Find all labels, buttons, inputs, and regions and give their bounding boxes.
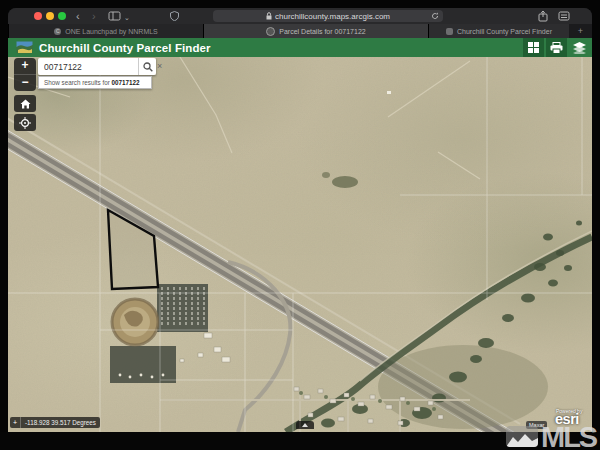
tab-parcel-details[interactable]: Parcel Details for 00717122 xyxy=(203,24,428,38)
share-icon[interactable] xyxy=(538,10,548,22)
churchill-county-logo xyxy=(16,41,33,54)
tab-bar: C ONE Launchpad by NNRMLS Parcel Details… xyxy=(8,24,592,38)
search-input[interactable] xyxy=(38,58,138,75)
new-tab-button[interactable]: + xyxy=(569,24,592,38)
basemap-gallery-button[interactable] xyxy=(523,38,544,57)
tab-parcel-finder[interactable]: Churchill County Parcel Finder xyxy=(428,24,569,38)
caret-up-icon xyxy=(302,423,308,427)
close-window-button[interactable] xyxy=(34,12,42,20)
gravel-pit xyxy=(112,299,158,345)
coordinates-widget: + -118.928 39.517 Degrees xyxy=(10,417,100,428)
tab-one-launchpad[interactable]: C ONE Launchpad by NNRMLS xyxy=(8,24,203,38)
zoom-in-button[interactable]: + xyxy=(14,58,36,75)
forward-button[interactable]: › xyxy=(92,9,96,23)
sidebar-icon[interactable] xyxy=(108,11,121,21)
basemap-grid-icon xyxy=(528,42,539,53)
sidebar-chevron-icon[interactable]: ⌄ xyxy=(124,11,130,25)
locate-button[interactable] xyxy=(14,114,36,131)
refresh-icon[interactable] xyxy=(431,12,439,20)
locate-crosshair-icon xyxy=(19,117,31,129)
app-header: Churchill County Parcel Finder xyxy=(8,38,592,57)
url-bar[interactable]: churchillcounty.maps.arcgis.com xyxy=(213,10,443,22)
tab-label: Parcel Details for 00717122 xyxy=(279,28,365,35)
mls-watermark-text: MLS xyxy=(541,425,596,449)
map-canvas[interactable]: + − × xyxy=(8,57,592,432)
zoom-window-button[interactable] xyxy=(58,12,66,20)
layers-button[interactable] xyxy=(569,38,590,57)
home-extent-button[interactable] xyxy=(14,95,36,112)
printer-icon xyxy=(550,42,563,54)
browser-window: ‹ › ⌄ churchillcounty.maps.arcgis.com xyxy=(8,8,592,432)
attribution-expander[interactable] xyxy=(296,421,314,429)
tab-favicon: C xyxy=(54,28,61,35)
mls-watermark: MLS xyxy=(506,423,600,450)
zoom-out-button[interactable]: − xyxy=(14,75,36,91)
mls-mountain-logo xyxy=(506,426,538,447)
search-icon xyxy=(143,62,153,72)
map-graphics xyxy=(8,57,592,432)
tab-overview-icon[interactable] xyxy=(558,11,570,21)
print-button[interactable] xyxy=(546,38,567,57)
clear-search-icon[interactable]: × xyxy=(157,62,162,71)
search-widget: × xyxy=(38,58,156,75)
tab-favicon xyxy=(446,28,453,35)
search-suggestion[interactable]: Show search results for 00717122 xyxy=(38,76,152,89)
suggestion-prefix: Show search results for xyxy=(44,79,112,86)
crosshair-icon[interactable]: + xyxy=(10,417,21,428)
url-text: churchillcounty.maps.arcgis.com xyxy=(275,12,390,21)
tab-label: Churchill County Parcel Finder xyxy=(457,28,552,35)
tab-favicon xyxy=(266,27,275,36)
back-button[interactable]: ‹ xyxy=(76,9,80,23)
lock-icon xyxy=(266,12,272,20)
tab-label: ONE Launchpad by NNRMLS xyxy=(65,28,158,35)
suggestion-term: 00717122 xyxy=(112,79,140,86)
search-button[interactable] xyxy=(138,58,156,75)
home-icon xyxy=(20,99,31,109)
mountain-icon xyxy=(506,433,538,447)
page-title: Churchill County Parcel Finder xyxy=(39,42,211,54)
coordinates-text: -118.928 39.517 Degrees xyxy=(21,419,100,426)
shield-extension-icon[interactable] xyxy=(170,11,179,21)
zoom-controls: + − xyxy=(14,58,36,91)
browser-titlebar: ‹ › ⌄ churchillcounty.maps.arcgis.com xyxy=(8,8,592,24)
layers-icon xyxy=(573,42,586,54)
minimize-window-button[interactable] xyxy=(46,12,54,20)
